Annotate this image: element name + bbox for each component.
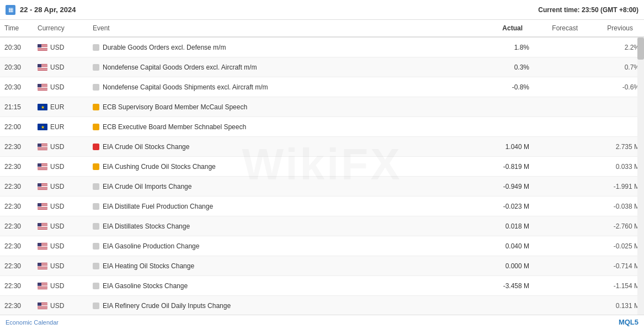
cell-forecast: [534, 183, 589, 190]
cell-currency: USD: [33, 60, 88, 75]
current-time-value: 23:50 (GMT +8:00): [582, 6, 638, 14]
header-left: ▦ 22 - 28 Apr, 2024: [6, 5, 76, 15]
importance-dot: [93, 44, 99, 51]
table-row[interactable]: 22:30 USD EIA Heating Oil Stocks Change …: [0, 256, 644, 276]
col-previous: Previous: [582, 22, 637, 34]
table-row[interactable]: 22:30 USD EIA Refinery Crude Oil Daily I…: [0, 296, 644, 315]
event-text: ECB Executive Board Member Schnabel Spee…: [103, 123, 246, 131]
cell-actual: 1.040 M: [478, 140, 534, 154]
importance-dot: [93, 243, 99, 250]
importance-dot: [93, 163, 99, 170]
table-row[interactable]: 21:15 EUR ECB Supervisory Board Member M…: [0, 97, 644, 117]
importance-dot: [93, 263, 99, 269]
currency-code: USD: [50, 222, 64, 230]
date-range: 22 - 28 Apr, 2024: [20, 6, 76, 14]
table-row[interactable]: 22:30 USD EIA Gasoline Production Change…: [0, 236, 644, 256]
cell-actual: [478, 104, 534, 110]
cell-currency: USD: [33, 80, 88, 94]
table-row[interactable]: 22:30 USD EIA Cushing Crude Oil Stocks C…: [0, 157, 644, 177]
importance-dot: [93, 104, 99, 110]
cell-forecast: [534, 124, 589, 130]
cell-event: ECB Executive Board Member Schnabel Spee…: [88, 120, 478, 134]
scrollbar-thumb[interactable]: [637, 38, 644, 60]
cell-time: 22:30: [0, 259, 33, 273]
scrollbar-area[interactable]: [637, 38, 644, 315]
currency-code: USD: [50, 282, 64, 290]
table-row[interactable]: 22:30 USD EIA Crude Oil Imports Change -…: [0, 177, 644, 197]
table-row[interactable]: 22:00 EUR ECB Executive Board Member Sch…: [0, 117, 644, 137]
cell-forecast: [534, 243, 589, 250]
cell-currency: USD: [33, 279, 88, 293]
calendar-icon: ▦: [6, 5, 15, 15]
table-row[interactable]: 22:30 USD EIA Distillates Stocks Change …: [0, 216, 644, 236]
event-text: Nondefense Capital Goods Shipments excl.…: [103, 83, 268, 91]
flag-us-icon: [38, 64, 47, 71]
currency-code: USD: [50, 143, 64, 151]
cell-forecast: [534, 203, 589, 210]
flag-us-icon: [38, 84, 47, 91]
flag-eu-icon: [38, 104, 47, 110]
cell-time: 20:30: [0, 60, 33, 75]
cell-previous: 0.7%: [589, 60, 644, 75]
cell-forecast: [534, 283, 589, 289]
col-time: Time: [0, 22, 33, 34]
cell-currency: USD: [33, 140, 88, 154]
cell-forecast: [534, 163, 589, 170]
flag-us-icon: [38, 283, 47, 289]
event-text: EIA Crude Oil Imports Change: [103, 183, 191, 190]
cell-actual: -0.819 M: [478, 160, 534, 174]
event-text: EIA Crude Oil Stocks Change: [103, 143, 189, 151]
cell-currency: USD: [33, 179, 88, 194]
cell-event: EIA Distillate Fuel Production Change: [88, 199, 478, 214]
cell-event: EIA Refinery Crude Oil Daily Inputs Chan…: [88, 299, 478, 313]
cell-forecast: [534, 64, 589, 71]
table-row[interactable]: 22:30 USD EIA Crude Oil Stocks Change 1.…: [0, 137, 644, 157]
currency-code: USD: [50, 83, 64, 91]
currency-code: USD: [50, 262, 64, 270]
cell-time: 22:30: [0, 199, 33, 214]
cell-previous: -0.714 M: [589, 259, 644, 273]
cell-actual: -0.949 M: [478, 179, 534, 194]
cell-time: 22:30: [0, 140, 33, 154]
cell-event: Nondefense Capital Goods Shipments excl.…: [88, 80, 478, 94]
cell-event: ECB Supervisory Board Member McCaul Spee…: [88, 100, 478, 114]
cell-actual: [478, 124, 534, 130]
event-text: Durable Goods Orders excl. Defense m/m: [103, 44, 226, 51]
table-row[interactable]: 22:30 USD EIA Distillate Fuel Production…: [0, 197, 644, 216]
cell-currency: USD: [33, 299, 88, 313]
cell-currency: EUR: [33, 120, 88, 134]
cell-event: Durable Goods Orders excl. Defense m/m: [88, 40, 478, 55]
event-text: EIA Distillate Fuel Production Change: [103, 203, 213, 210]
header-bar: ▦ 22 - 28 Apr, 2024 Current time: 23:50 …: [0, 0, 644, 20]
cell-time: 22:30: [0, 239, 33, 253]
table-row[interactable]: 22:30 USD EIA Gasoline Stocks Change -3.…: [0, 276, 644, 296]
mql5-logo: MQL5: [619, 318, 638, 326]
table-row[interactable]: 20:30 USD Nondefense Capital Goods Shipm…: [0, 77, 644, 97]
cell-event: EIA Crude Oil Stocks Change: [88, 140, 478, 154]
importance-dot: [93, 144, 99, 150]
flag-us-icon: [38, 223, 47, 230]
event-text: EIA Gasoline Production Change: [103, 242, 199, 250]
cell-actual: 0.3%: [478, 60, 534, 75]
footer: Economic Calendar MQL5: [0, 315, 644, 329]
table-row[interactable]: 20:30 USD Nondefense Capital Goods Order…: [0, 57, 644, 77]
footer-economic-calendar: Economic Calendar: [6, 319, 58, 326]
flag-us-icon: [38, 183, 47, 190]
event-text: ECB Supervisory Board Member McCaul Spee…: [103, 103, 247, 111]
cell-actual: 1.8%: [478, 40, 534, 55]
currency-code: EUR: [50, 123, 64, 131]
cell-time: 22:30: [0, 179, 33, 194]
col-currency: Currency: [33, 22, 88, 34]
column-headers: Time Currency Event Actual Forecast Prev…: [0, 20, 644, 38]
cell-event: EIA Distillates Stocks Change: [88, 219, 478, 234]
col-actual: Actual: [472, 22, 527, 34]
cell-event: EIA Cushing Crude Oil Stocks Change: [88, 160, 478, 174]
cell-event: EIA Heating Oil Stocks Change: [88, 259, 478, 273]
event-text: EIA Distillates Stocks Change: [103, 222, 190, 230]
current-time-label: Current time:: [538, 6, 579, 14]
cell-time: 22:30: [0, 299, 33, 313]
table-container[interactable]: 20:30 USD Durable Goods Orders excl. Def…: [0, 38, 644, 315]
table-row[interactable]: 20:30 USD Durable Goods Orders excl. Def…: [0, 38, 644, 57]
flag-us-icon: [38, 263, 47, 269]
cell-time: 21:15: [0, 100, 33, 114]
